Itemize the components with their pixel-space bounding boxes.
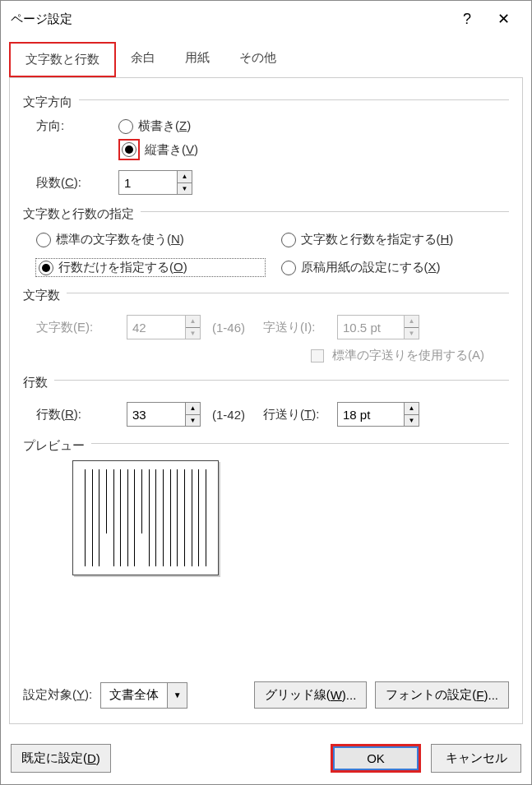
- row-vertical: 縦書き(V): [23, 139, 509, 160]
- spin-up-icon[interactable]: ▲: [186, 403, 200, 415]
- group-line-count: 行数: [23, 370, 509, 390]
- close-button[interactable]: ✕: [485, 10, 521, 28]
- radio-horizontal[interactable]: [118, 119, 133, 134]
- radio-lines-only-row[interactable]: 行数だけを指定する(O): [36, 259, 265, 276]
- spin-up-icon: ▲: [405, 316, 419, 328]
- spin-down-icon: ▼: [186, 328, 200, 339]
- apply-to-value: 文書全体: [101, 683, 167, 708]
- spin-down-icon[interactable]: ▼: [186, 415, 200, 427]
- direction-label: 方向:: [36, 118, 110, 134]
- row-columns: 段数(C): ▲ ▼: [23, 170, 509, 195]
- radio-vertical-highlight: [118, 139, 140, 160]
- spin-up-icon[interactable]: ▲: [405, 403, 419, 415]
- divider: [79, 99, 509, 100]
- tab-paper[interactable]: 用紙: [170, 42, 224, 77]
- group-char-count: 文字数: [23, 283, 509, 303]
- radio-vertical-label: 縦書き(V): [145, 142, 198, 158]
- char-count-spinner: ▲ ▼: [127, 315, 201, 339]
- group-label-text-direction: 文字方向: [23, 95, 72, 110]
- font-settings-button[interactable]: フォントの設定(F)...: [375, 681, 509, 709]
- spin-down-icon[interactable]: ▼: [405, 415, 419, 427]
- spin-up-icon[interactable]: ▲: [178, 171, 192, 183]
- divider: [141, 211, 509, 212]
- preview-region: [23, 460, 509, 575]
- group-label-char-count: 文字数: [23, 288, 60, 303]
- radio-standard-label: 標準の文字数を使う(N): [56, 232, 184, 247]
- preview-box: [72, 460, 219, 575]
- columns-spinner[interactable]: ▲ ▼: [118, 170, 192, 195]
- std-pitch-checkbox: [311, 349, 324, 362]
- radio-vertical-row[interactable]: 縦書き(V): [118, 139, 198, 160]
- radio-manuscript-label: 原稿用紙の設定にする(X): [301, 260, 441, 275]
- row-std-pitch: 標準の字送りを使用する(A): [23, 348, 509, 363]
- apply-to-label: 設定対象(Y):: [23, 687, 92, 703]
- std-pitch-label: 標準の字送りを使用する(A): [332, 348, 484, 363]
- columns-label: 段数(C):: [36, 175, 110, 191]
- panel: 文字方向 方向: 横書き(Z) 縦書き(V) 段数(C):: [9, 78, 523, 724]
- char-pitch-input: [338, 316, 404, 339]
- char-pitch-label: 字送り(I):: [263, 320, 329, 335]
- radio-standard[interactable]: [36, 233, 51, 247]
- row-line-count: 行数(R): ▲ ▼ (1-42) 行送り(T): ▲ ▼: [23, 402, 509, 427]
- divider: [91, 443, 509, 444]
- spin-up-icon: ▲: [186, 316, 200, 328]
- char-pitch-spinner: ▲ ▼: [337, 315, 419, 339]
- columns-input[interactable]: [119, 171, 177, 194]
- line-pitch-input[interactable]: [338, 403, 404, 426]
- radio-both-row[interactable]: 文字数と行数を指定する(H): [281, 232, 510, 247]
- group-label-preview: プレビュー: [23, 438, 85, 454]
- group-count-spec: 文字数と行数の指定: [23, 201, 509, 222]
- content-area: 文字数と行数 余白 用紙 その他 文字方向 方向: 横書き(Z) 縦書き(V): [1, 37, 531, 732]
- titlebar: ページ設定 ? ✕: [1, 1, 531, 37]
- ok-button[interactable]: OK: [331, 744, 421, 773]
- group-label-count-spec: 文字数と行数の指定: [23, 206, 134, 222]
- radio-horizontal-label: 横書き(Z): [138, 118, 191, 134]
- row-char-count: 文字数(E): ▲ ▼ (1-46) 字送り(I): ▲ ▼: [23, 315, 509, 339]
- radio-standard-row[interactable]: 標準の文字数を使う(N): [36, 232, 265, 247]
- radio-both[interactable]: [281, 233, 296, 247]
- line-pitch-spinner[interactable]: ▲ ▼: [337, 402, 419, 427]
- line-pitch-label: 行送り(T):: [263, 407, 329, 423]
- tab-margins[interactable]: 余白: [116, 42, 170, 77]
- apply-to-row: 設定対象(Y): 文書全体 ▼ グリッド線(W)... フォントの設定(F)..…: [23, 665, 509, 709]
- tab-other[interactable]: その他: [224, 42, 291, 77]
- spin-down-icon[interactable]: ▼: [178, 183, 192, 195]
- tab-bar: 文字数と行数 余白 用紙 その他: [9, 42, 523, 78]
- help-button[interactable]: ?: [449, 11, 485, 28]
- footer: 既定に設定(D) OK キャンセル: [1, 732, 531, 784]
- radio-both-label: 文字数と行数を指定する(H): [301, 232, 454, 247]
- radio-manuscript-row[interactable]: 原稿用紙の設定にする(X): [281, 259, 510, 276]
- radio-vertical[interactable]: [122, 142, 136, 157]
- line-count-input[interactable]: [127, 403, 185, 426]
- char-count-input: [127, 316, 185, 339]
- char-count-label: 文字数(E):: [36, 320, 118, 335]
- line-count-range: (1-42): [212, 408, 245, 422]
- group-preview: プレビュー: [23, 433, 509, 454]
- radio-lines-only-label: 行数だけを指定する(O): [58, 260, 187, 275]
- cancel-button[interactable]: キャンセル: [431, 744, 521, 773]
- gridlines-button[interactable]: グリッド線(W)...: [254, 681, 368, 709]
- set-default-button[interactable]: 既定に設定(D): [11, 744, 111, 773]
- preview-lines: [85, 469, 206, 566]
- radio-manuscript[interactable]: [281, 261, 296, 275]
- group-label-line-count: 行数: [23, 375, 48, 390]
- spin-down-icon: ▼: [405, 328, 419, 339]
- line-count-spinner[interactable]: ▲ ▼: [127, 402, 201, 427]
- row-direction: 方向: 横書き(Z): [23, 118, 509, 134]
- count-spec-options: 標準の文字数を使う(N) 文字数と行数を指定する(H) 行数だけを指定する(O)…: [23, 232, 509, 276]
- radio-lines-only[interactable]: [39, 261, 53, 275]
- tab-chars-lines[interactable]: 文字数と行数: [9, 42, 116, 77]
- chevron-down-icon[interactable]: ▼: [167, 683, 187, 708]
- radio-horizontal-row[interactable]: 横書き(Z): [118, 118, 191, 134]
- line-count-label: 行数(R):: [36, 407, 118, 423]
- apply-to-select[interactable]: 文書全体 ▼: [100, 682, 187, 709]
- dialog-title: ページ設定: [11, 12, 449, 27]
- char-count-range: (1-46): [212, 321, 245, 335]
- divider: [67, 293, 509, 293]
- divider: [54, 380, 509, 381]
- group-text-direction: 文字方向: [23, 90, 509, 110]
